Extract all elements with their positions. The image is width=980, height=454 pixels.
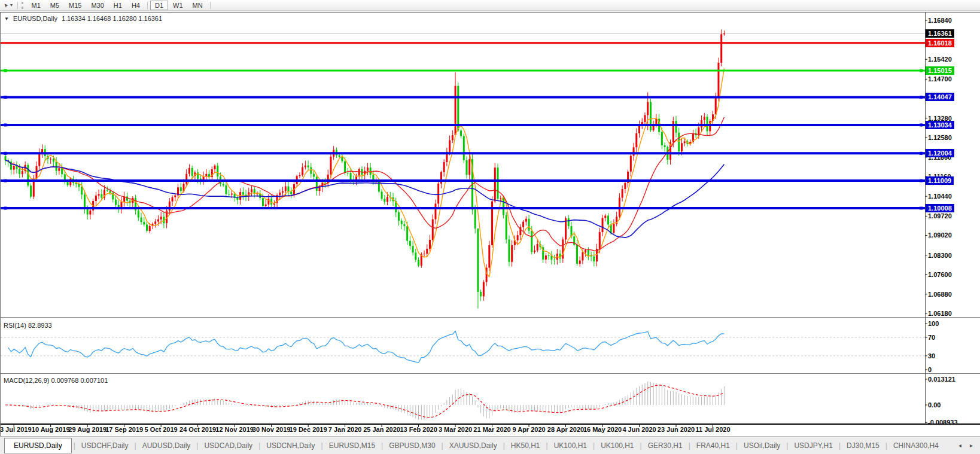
- chart-tab-dj30-m15[interactable]: DJ30,M15: [841, 441, 885, 450]
- date-axis-label: 23 Jun 2020: [658, 426, 695, 433]
- chart-tab-gbpusd-m30[interactable]: GBPUSD,M30: [384, 441, 440, 450]
- horizontal-line[interactable]: [1, 69, 925, 72]
- chart-tab-eurusd-m15[interactable]: EURUSD,M15: [324, 441, 381, 450]
- rsi-axis-tick: 100: [928, 319, 939, 328]
- price-line-badge: 1.14047: [926, 93, 954, 101]
- price-line-badge: 1.11009: [926, 176, 954, 185]
- date-axis-label: 28 Apr 2020: [547, 426, 584, 433]
- toolbar-divider: [147, 2, 148, 9]
- chart-tab-bar: EURUSD,Daily|USDCHF,Daily|AUDUSD,Daily|U…: [0, 436, 980, 454]
- horizontal-line[interactable]: [1, 123, 925, 126]
- timeframe-button-h4[interactable]: H4: [127, 1, 145, 10]
- price-line-badge: 1.16361: [926, 29, 954, 38]
- horizontal-line[interactable]: [1, 152, 925, 155]
- date-axis-label: 13 Feb 2020: [400, 426, 437, 433]
- price-axis-tick: 1.14700: [928, 75, 952, 83]
- chart-tab-eurusd-daily[interactable]: EURUSD,Daily: [4, 438, 72, 453]
- date-axis-label: 23 Jul 2019: [0, 426, 32, 433]
- date-axis-label: 21 Mar 2020: [473, 426, 510, 433]
- price-axis-tick: 1.10440: [928, 192, 952, 200]
- date-axis-label: 12 Nov 2019: [215, 426, 254, 433]
- price-axis-tick: 1.06880: [928, 290, 952, 298]
- date-axis-label: 11 Jul 2020: [695, 426, 730, 433]
- chart-title: ▼ EURUSD,Daily 1.16334 1.16468 1.16280 1…: [4, 15, 162, 22]
- date-axis-label: 16 May 2020: [583, 426, 622, 433]
- horizontal-line[interactable]: [1, 179, 925, 182]
- chart-tab-fra40-h1[interactable]: FRA40,H1: [691, 441, 735, 450]
- rsi-axis-tick: 30: [928, 352, 935, 360]
- timeframe-button-m30[interactable]: M30: [86, 1, 108, 10]
- chart-tab-usoil-daily[interactable]: USOil,Daily: [738, 441, 786, 450]
- collapse-triangle-icon[interactable]: ▼: [4, 16, 9, 22]
- chart-tab-uk100-h1[interactable]: UK100,H1: [595, 441, 639, 450]
- rsi-axis-tick: 0: [928, 365, 932, 374]
- chart-tab-usdchf-daily[interactable]: USDCHF,Daily: [76, 441, 134, 450]
- date-axis-label: 19 Dec 2019: [290, 426, 327, 433]
- date-axis-label: 30 Nov 2019: [252, 426, 291, 433]
- price-axis-tick: 1.12580: [928, 133, 952, 142]
- cursor-tool-icon[interactable]: ➤: [2, 1, 10, 8]
- date-axis-label: 25 Jan 2020: [363, 426, 400, 433]
- date-axis-label: 4 Jun 2020: [622, 426, 656, 433]
- chart-tab-audusd-daily[interactable]: AUDUSD,Daily: [137, 441, 196, 450]
- date-axis-label: 10 Aug 2019: [32, 426, 70, 433]
- timeframe-button-mn[interactable]: MN: [188, 1, 208, 10]
- price-line-badge: 1.15015: [926, 66, 954, 75]
- date-axis-label: 3 Mar 2020: [439, 426, 472, 433]
- timeframe-button-m15[interactable]: M15: [64, 1, 86, 10]
- timeframe-button-d1[interactable]: D1: [150, 1, 168, 10]
- macd-histogram: [5, 382, 724, 420]
- price-line-badge: 1.10008: [926, 204, 954, 212]
- price-axis-tick: 1.07600: [928, 270, 952, 279]
- chart-canvas[interactable]: [1, 13, 980, 436]
- price-axis-tick: 1.16840: [928, 16, 952, 25]
- date-axis-label: 5 Oct 2019: [145, 426, 178, 433]
- chart-tab-ger30-h1[interactable]: GER30,H1: [643, 441, 688, 450]
- price-line-badge: 1.12004: [926, 149, 954, 157]
- tab-scroll-left-icon[interactable]: ◂: [958, 442, 961, 449]
- timeframe-button-m5[interactable]: M5: [45, 1, 64, 10]
- toolbar-divider: [210, 2, 211, 9]
- chart-tab-hk50-h1[interactable]: HK50,H1: [506, 441, 546, 450]
- horizontal-line[interactable]: [1, 207, 925, 210]
- tab-scrollers: ◂▸: [958, 442, 973, 449]
- ma-line-20: [5, 117, 724, 251]
- chart-tab-usdcad-daily[interactable]: USDCAD,Daily: [199, 441, 258, 450]
- date-axis-label: 9 Apr 2020: [512, 426, 545, 433]
- rsi-label: RSI(14) 82.8933: [4, 322, 52, 329]
- price-axis-tick: 1.15420: [928, 55, 952, 63]
- macd-axis-tick: 0.013121: [928, 375, 955, 383]
- toolbar-grip-handle[interactable]: [22, 2, 23, 9]
- chevron-down-icon[interactable]: ▼: [10, 3, 14, 7]
- rsi-axis-tick: 70: [928, 333, 935, 342]
- macd-axis-tick: -0.008933: [928, 418, 958, 426]
- horizontal-line[interactable]: [1, 96, 925, 99]
- chart-ohlc-values: 1.16334 1.16468 1.16280 1.16361: [62, 15, 162, 22]
- macd-axis-tick: 0.00: [928, 401, 941, 409]
- date-axis-label: 17 Sep 2019: [105, 426, 143, 433]
- price-line-badge: 1.16018: [926, 39, 954, 47]
- date-axis-label: 7 Jan 2020: [328, 426, 362, 433]
- chart-tab-usdjpy-h1[interactable]: USDJPY,H1: [789, 441, 838, 450]
- date-axis-label: 24 Oct 2019: [179, 426, 216, 433]
- top-toolbar: ➤ ▼ M1M5M15M30H1H4D1W1MN: [0, 0, 980, 11]
- tab-scroll-right-icon[interactable]: ▸: [970, 442, 973, 449]
- timeframe-button-h1[interactable]: H1: [109, 1, 127, 10]
- timeframe-button-m1[interactable]: M1: [26, 1, 45, 10]
- chart-window: ▼ EURUSD,Daily 1.16334 1.16468 1.16280 1…: [0, 12, 980, 436]
- price-line-badge: 1.13034: [926, 121, 954, 129]
- price-axis-tick: 1.08300: [928, 251, 952, 260]
- timeframe-buttons: M1M5M15M30H1H4D1W1MN: [26, 1, 212, 10]
- chart-tab-xauusd-daily[interactable]: XAUUSD,Daily: [444, 441, 503, 450]
- price-axis-tick: 1.09020: [928, 231, 952, 239]
- price-axis-tick: 1.09720: [928, 212, 952, 220]
- macd-label: MACD(12,26,9) 0.009768 0.007101: [4, 377, 108, 384]
- timeframe-button-w1[interactable]: W1: [168, 1, 188, 10]
- date-axis-label: 29 Aug 2019: [68, 426, 106, 433]
- price-axis-tick: 1.06180: [928, 309, 952, 318]
- chart-tab-usdcnh-daily[interactable]: USDCNH,Daily: [261, 441, 320, 450]
- rsi-line: [8, 331, 725, 363]
- chart-tab-china300-h4[interactable]: CHINA300,H4: [888, 441, 944, 450]
- chart-symbol-label: EURUSD,Daily: [13, 15, 57, 22]
- chart-tab-uk100-h1[interactable]: UK100,H1: [549, 441, 592, 450]
